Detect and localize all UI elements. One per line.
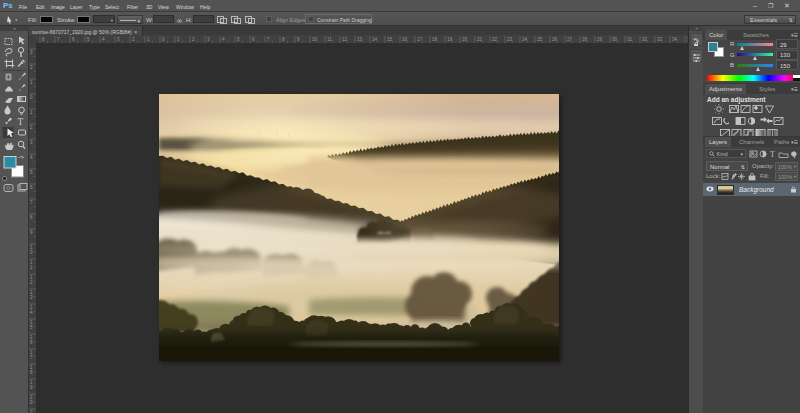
svg-text:T: T: [18, 117, 24, 127]
svg-text:25: 25: [537, 37, 543, 42]
svg-text:13: 13: [357, 37, 363, 42]
svg-text:16: 16: [402, 37, 408, 42]
svg-text:33: 33: [657, 37, 663, 42]
svg-text:24: 24: [522, 37, 528, 42]
svg-text:19: 19: [447, 37, 453, 42]
svg-text:26: 26: [552, 37, 558, 42]
svg-text:34: 34: [672, 37, 678, 42]
svg-text:18: 18: [432, 37, 438, 42]
svg-text:11: 11: [327, 37, 332, 42]
svg-text:29: 29: [597, 37, 603, 42]
svg-text:10: 10: [312, 37, 318, 42]
svg-text:27: 27: [567, 37, 573, 42]
svg-text:31: 31: [627, 37, 633, 42]
svg-text:T: T: [770, 150, 775, 158]
svg-text:14: 14: [372, 37, 378, 42]
svg-text:12: 12: [342, 37, 348, 42]
svg-text:32: 32: [642, 37, 648, 42]
svg-text:30: 30: [612, 37, 618, 42]
svg-text:15: 15: [387, 37, 393, 42]
svg-text:28: 28: [582, 37, 588, 42]
svg-text:20: 20: [462, 37, 468, 42]
svg-text:21: 21: [477, 37, 483, 42]
svg-text:23: 23: [507, 37, 513, 42]
svg-text:22: 22: [492, 37, 498, 42]
svg-text:17: 17: [417, 37, 423, 42]
